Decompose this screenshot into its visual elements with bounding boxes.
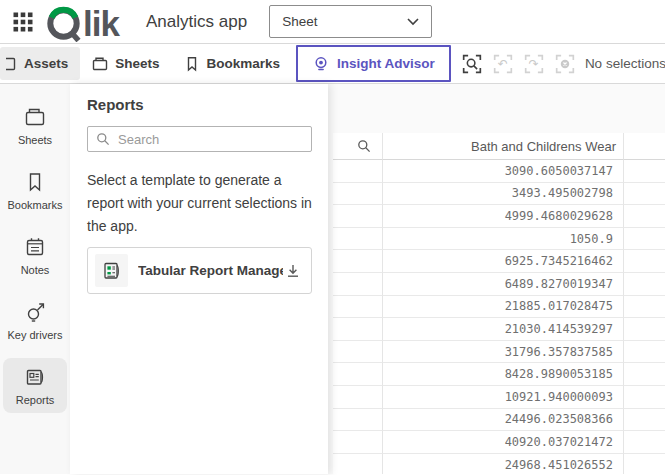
value-cell[interactable]: 8428.9890053185 <box>383 363 624 386</box>
column-header-empty <box>624 133 665 160</box>
top-bar: lik Analytics app Sheet <box>0 0 665 44</box>
sidebar-item-sheets[interactable]: Sheets <box>3 98 67 153</box>
sheet-selector-dropdown[interactable]: Sheet <box>269 5 432 38</box>
chevron-down-icon <box>407 18 419 26</box>
value-cell[interactable]: 21030.414539297 <box>383 318 624 341</box>
tab-insight-advisor[interactable]: Insight Advisor <box>296 45 451 82</box>
value-cell[interactable]: 6489.8270019347 <box>383 273 624 296</box>
value-cell[interactable]: 24496.023508366 <box>383 409 624 432</box>
tab-assets[interactable]: Assets <box>0 47 80 80</box>
report-template-iconbox <box>95 254 128 287</box>
bookmark-icon <box>24 171 46 193</box>
sheet-canvas: Bath and Childrens Wear 3090.6050037147 … <box>328 84 665 474</box>
sheet-selector-value: Sheet <box>282 14 407 29</box>
dim-cell <box>333 363 383 386</box>
tab-bookmarks-label: Bookmarks <box>207 56 281 71</box>
column-search-icon <box>357 139 371 153</box>
sidebar-item-bookmarks[interactable]: Bookmarks <box>3 163 67 218</box>
download-report-button[interactable] <box>283 261 303 281</box>
empty-cell <box>624 318 665 341</box>
value-cell[interactable]: 3493.495002798 <box>383 183 624 206</box>
empty-cell <box>624 386 665 409</box>
sheet-icon <box>24 106 46 128</box>
tab-sheets-label: Sheets <box>115 56 159 71</box>
reports-panel-description: Select a template to generate a report w… <box>87 169 312 238</box>
value-cell[interactable]: 3090.6050037147 <box>383 160 624 183</box>
empty-cell <box>624 273 665 296</box>
report-template-card[interactable]: Tabular Report Manage S... <box>87 247 312 294</box>
value-cell[interactable]: 40920.037021472 <box>383 431 624 454</box>
clear-selections-button[interactable] <box>555 52 575 76</box>
smart-search-button[interactable] <box>462 52 482 76</box>
undo-arrow-glyph: ↶ <box>498 58 508 70</box>
tab-insight-advisor-label: Insight Advisor <box>337 56 435 71</box>
sidebar-item-reports[interactable]: Reports <box>3 358 67 413</box>
svg-text:lik: lik <box>83 4 120 42</box>
dim-cell <box>333 454 383 474</box>
dim-cell <box>333 250 383 273</box>
tab-assets-label: Assets <box>24 56 68 71</box>
dim-cell <box>333 273 383 296</box>
empty-cell <box>624 409 665 432</box>
value-cell[interactable]: 31796.357837585 <box>383 341 624 364</box>
value-cell[interactable]: 10921.940000093 <box>383 386 624 409</box>
qlik-logo[interactable]: lik <box>46 2 132 42</box>
empty-cell <box>624 431 665 454</box>
tab-sheets[interactable]: Sheets <box>80 47 171 80</box>
value-cell[interactable]: 4999.4680029628 <box>383 205 624 228</box>
assets-sidebar: Sheets Bookmarks Notes Key <box>0 84 70 474</box>
report-template-label: Tabular Report Manage S... <box>138 263 283 278</box>
column-header[interactable]: Bath and Childrens Wear <box>383 133 624 160</box>
reports-icon <box>24 366 46 388</box>
content-area: Sheets Bookmarks Notes Key <box>0 84 665 474</box>
insight-advisor-icon <box>312 55 330 73</box>
download-icon <box>285 263 301 279</box>
sidebar-item-label: Key drivers <box>7 329 62 341</box>
empty-cell <box>624 205 665 228</box>
dim-cell <box>333 431 383 454</box>
empty-cell <box>624 296 665 319</box>
value-cell[interactable]: 1050.9 <box>383 228 624 251</box>
dim-cell <box>333 183 383 206</box>
sidebar-item-key-drivers[interactable]: Key drivers <box>3 293 67 348</box>
search-icon <box>96 132 110 146</box>
empty-cell <box>624 228 665 251</box>
dim-cell <box>333 318 383 341</box>
sidebar-item-notes[interactable]: Notes <box>3 228 67 283</box>
dim-cell <box>333 205 383 228</box>
qlik-logo-icon: lik <box>46 2 132 42</box>
reports-search-input[interactable] <box>118 132 311 147</box>
grid-icon <box>13 12 33 32</box>
report-template-icon <box>102 261 122 281</box>
table-search-header-cell[interactable] <box>333 133 383 160</box>
redo-arrow-glyph: ↷ <box>529 58 539 70</box>
selections-status: No selections applied <box>585 56 665 71</box>
reports-search-box[interactable] <box>87 126 312 152</box>
tab-bookmarks[interactable]: Bookmarks <box>172 47 293 80</box>
app-title: Analytics app <box>146 12 247 32</box>
search-in-selections-icon <box>462 54 482 74</box>
empty-cell <box>624 183 665 206</box>
dim-cell <box>333 341 383 364</box>
dim-cell <box>333 296 383 319</box>
empty-cell <box>624 250 665 273</box>
sidebar-item-label: Sheets <box>18 134 52 146</box>
value-cell[interactable]: 24968.451026552 <box>383 454 624 474</box>
dim-cell <box>333 228 383 251</box>
dim-cell <box>333 160 383 183</box>
assets-panel-icon <box>6 56 17 72</box>
sidebar-item-label: Bookmarks <box>7 199 62 211</box>
redo-selection-button[interactable]: ↷ <box>524 52 544 76</box>
undo-selection-button[interactable]: ↶ <box>493 52 513 76</box>
app-launcher-button[interactable] <box>10 9 36 35</box>
data-table: Bath and Childrens Wear 3090.6050037147 … <box>333 133 665 474</box>
sidebar-item-label: Notes <box>21 264 50 276</box>
value-cell[interactable]: 6925.7345216462 <box>383 250 624 273</box>
key-drivers-icon <box>24 301 46 323</box>
notes-icon <box>24 236 46 258</box>
empty-cell <box>624 341 665 364</box>
empty-cell <box>624 454 665 474</box>
empty-cell <box>624 363 665 386</box>
value-cell[interactable]: 21885.017028475 <box>383 296 624 319</box>
clear-selections-icon <box>555 54 575 74</box>
